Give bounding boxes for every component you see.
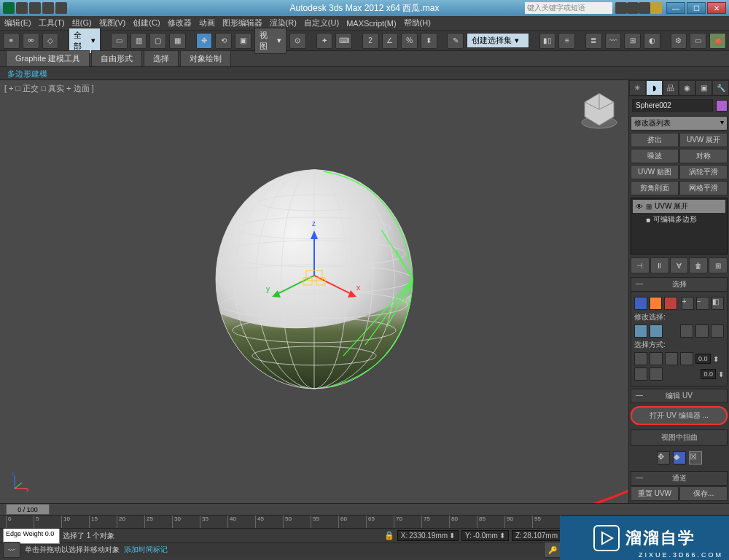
question-icon[interactable]	[650, 2, 662, 14]
pivot-icon[interactable]: ⊙	[289, 33, 306, 49]
ribbon-panel-label[interactable]: 多边形建模	[0, 67, 729, 80]
menu-edit[interactable]: 编辑(E)	[4, 18, 31, 28]
shrink-icon[interactable]	[650, 324, 663, 338]
qat-link-icon[interactable]	[55, 2, 67, 14]
ribbon-tab-freeform[interactable]: 自由形式	[91, 50, 142, 66]
object-sphere[interactable]: z x y	[198, 163, 431, 397]
add-timetag[interactable]: 添加时间标记	[124, 545, 168, 555]
selby-3-icon[interactable]	[665, 352, 678, 365]
selby-4-icon[interactable]	[680, 352, 693, 365]
menu-animation[interactable]: 动画	[199, 18, 215, 28]
selby-5-icon[interactable]	[634, 368, 647, 381]
object-name-field[interactable]: Sphere002	[632, 99, 713, 112]
setkey-icon[interactable]: 🔑	[544, 542, 561, 558]
grow-icon[interactable]	[634, 324, 647, 338]
menu-tools[interactable]: 工具(T)	[39, 18, 65, 28]
select-object-icon[interactable]: ▭	[111, 33, 128, 49]
link-icon[interactable]: ⚭	[3, 33, 20, 49]
mirror-icon[interactable]: ▮▯	[539, 33, 556, 49]
viewport[interactable]: [ + □ 正交 □ 真实 + 边面 ]	[0, 80, 628, 503]
hierarchy-tab-icon[interactable]: 品	[663, 80, 679, 96]
render-setup-icon[interactable]: ⚙	[671, 33, 687, 49]
eye-icon[interactable]: 👁	[636, 203, 643, 210]
menu-views[interactable]: 视图(V)	[99, 18, 126, 28]
menu-create[interactable]: 创建(C)	[133, 18, 160, 28]
edge-so-icon[interactable]	[650, 297, 663, 310]
distort-view-button[interactable]: 视图中扭曲	[631, 429, 728, 446]
object-color-swatch[interactable]	[716, 100, 728, 112]
schematic-icon[interactable]: ⊞	[624, 33, 641, 49]
align-icon[interactable]: ≡	[558, 33, 575, 49]
tweak-1-icon[interactable]: ✥	[657, 451, 670, 464]
spinner-1[interactable]: 0.0	[695, 354, 711, 364]
help-icon[interactable]	[615, 2, 627, 14]
search-box[interactable]: 键入关键字或短语	[525, 2, 612, 14]
keyboard-shortcut-icon[interactable]: ⌨	[335, 33, 352, 49]
motion-tab-icon[interactable]: ◉	[679, 80, 695, 96]
snap-angle-icon[interactable]: ∠	[382, 33, 399, 49]
tweak-2-icon[interactable]: ◆	[673, 451, 686, 464]
ref-coord-dropdown[interactable]: 视图 ▾	[254, 28, 286, 54]
render-production-icon[interactable]: 🫖	[709, 33, 726, 49]
selby-6-icon[interactable]	[650, 368, 663, 381]
spinner-snap-icon[interactable]: ⬍	[421, 33, 437, 49]
ribbon-tab-paint[interactable]: 对象绘制	[180, 50, 231, 66]
display-tab-icon[interactable]: ▣	[695, 80, 712, 96]
close-button[interactable]: ✕	[707, 2, 726, 14]
rendered-frame-icon[interactable]: ▭	[690, 33, 706, 49]
preset-uvwmap[interactable]: UVW 贴图	[631, 165, 679, 179]
manipulate-icon[interactable]: ✦	[316, 33, 333, 49]
pin-stack-icon[interactable]: ⊣	[631, 257, 650, 273]
material-editor-icon[interactable]: ◐	[644, 33, 660, 49]
rect-region-icon[interactable]: ▢	[149, 33, 166, 49]
preset-slice[interactable]: 剪角剖面	[631, 181, 679, 195]
modify-tab-icon[interactable]: ◗	[646, 80, 663, 96]
snap-2d-icon[interactable]: 2	[362, 33, 379, 49]
edit-selset-icon[interactable]: ✎	[447, 33, 464, 49]
lock-selection-icon[interactable]: 🔒	[384, 531, 394, 540]
spinner-2[interactable]: 0.0	[701, 369, 716, 379]
modifier-stack[interactable]: 👁 ⊞ UVW 展开 ■ 可编辑多边形	[631, 198, 728, 254]
preset-symmetry[interactable]: 对称	[679, 149, 728, 163]
qat-save-icon[interactable]	[16, 2, 28, 14]
signin-icon[interactable]	[639, 2, 650, 14]
star-icon[interactable]	[627, 2, 639, 14]
rollout-selection[interactable]: 选择	[631, 277, 728, 292]
select-move-icon[interactable]: ✥	[196, 33, 213, 49]
coord-x[interactable]: X:2330.19mm⬍	[397, 530, 459, 541]
app-menu-icon[interactable]	[3, 2, 15, 14]
time-slider-thumb[interactable]: 0 / 100	[6, 504, 50, 515]
ribbon-tab-selection[interactable]: 选择	[144, 50, 179, 66]
create-tab-icon[interactable]: ✳	[629, 80, 646, 96]
mini-curve-icon[interactable]: 〰	[3, 542, 20, 558]
ring-icon[interactable]	[680, 324, 693, 338]
ribbon-tab-graphite[interactable]: Graphite 建模工具	[6, 50, 90, 66]
preset-noise[interactable]: 噪波	[631, 149, 679, 163]
selby-1-icon[interactable]	[634, 352, 647, 365]
preset-uvwunwrap[interactable]: UVW 展开	[679, 133, 728, 147]
tweak-3-icon[interactable]: ☒	[689, 451, 702, 464]
coord-y[interactable]: Y:-0.0mm⬍	[461, 530, 509, 541]
qat-redo-icon[interactable]	[42, 2, 54, 14]
show-end-icon[interactable]: Ⅱ	[650, 257, 669, 273]
time-slider[interactable]: 0 / 100	[0, 504, 729, 516]
viewcube[interactable]	[577, 88, 621, 131]
maximize-button[interactable]: ☐	[687, 2, 706, 14]
minimize-button[interactable]: —	[666, 2, 685, 14]
bind-icon[interactable]: ◇	[42, 33, 59, 49]
rollout-edit-uv[interactable]: 编辑 UV	[631, 389, 728, 403]
menu-customize[interactable]: 自定义(U)	[304, 18, 339, 28]
sel-cube-icon[interactable]: ◧	[712, 297, 725, 310]
curve-editor-icon[interactable]: 〰	[605, 33, 622, 49]
configure-icon[interactable]: ⊞	[709, 257, 728, 273]
utilities-tab-icon[interactable]: 🔧	[712, 80, 729, 96]
menu-help[interactable]: 帮助(H)	[404, 18, 431, 28]
ignore-bf-icon[interactable]	[711, 324, 724, 338]
loop-icon[interactable]	[695, 324, 709, 338]
remove-mod-icon[interactable]: 🗑	[689, 257, 708, 273]
qat-undo-icon[interactable]	[29, 2, 41, 14]
select-name-icon[interactable]: ▥	[130, 33, 147, 49]
window-crossing-icon[interactable]: ▦	[169, 33, 186, 49]
modifier-list-dropdown[interactable]: 修改器列表 ▾	[631, 116, 728, 131]
preset-turbo[interactable]: 涡轮平滑	[679, 165, 728, 179]
